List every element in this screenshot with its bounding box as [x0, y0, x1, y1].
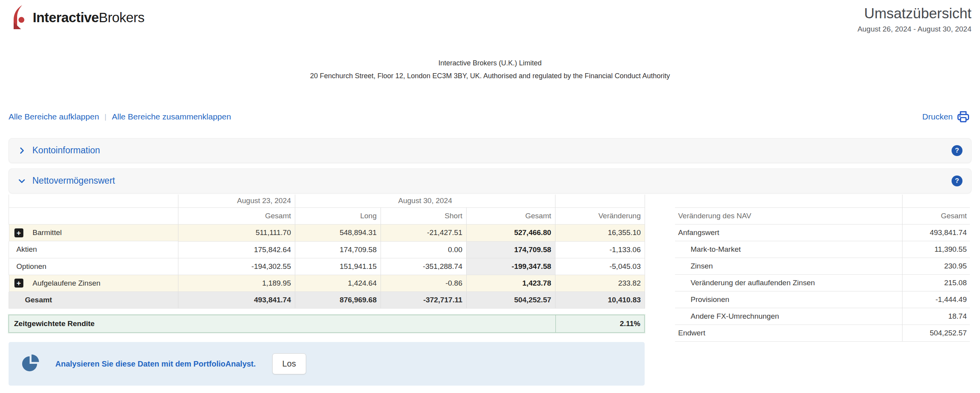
logo-wordmark: InteractiveBrokers — [33, 10, 145, 25]
section-header-nettovermoegenswert[interactable]: Nettovermögenswert ? — [9, 168, 971, 193]
net-asset-value-table: August 23, 2024August 30, 2024GesamtLong… — [9, 195, 645, 309]
expand-row-button[interactable]: + — [14, 279, 23, 288]
table-row: Endwert504,252.57 — [675, 325, 970, 342]
section-title-nettovermoegenswert: Nettovermögenswert — [18, 175, 115, 186]
date-header-row: August 23, 2024August 30, 2024 — [9, 195, 645, 208]
change-in-nav-table: Veränderung des NAVGesamtAnfangswert493,… — [675, 195, 970, 342]
logo-word-interactive: Interactive — [33, 10, 99, 25]
cell-long: 1,424.64 — [295, 275, 381, 292]
report-title-block: Umsatzübersicht August 26, 2024 - August… — [857, 5, 971, 33]
row-label: +Barmittel — [9, 225, 178, 241]
cell-gesamt: 504,252.57 — [902, 325, 970, 342]
cell-short: 0.00 — [381, 241, 467, 258]
cell-veraenderung: -5,045.03 — [555, 258, 645, 275]
cell-gesamt: 493,841.74 — [902, 225, 970, 241]
print-button[interactable]: Drucken — [922, 110, 971, 123]
help-icon[interactable]: ? — [952, 145, 962, 156]
cell-gesamt-aug30: 504,252.57 — [467, 292, 555, 309]
expand-collapse-links: Alle Bereiche aufklappen | Alle Bereiche… — [9, 112, 231, 121]
spacer-cell — [902, 195, 970, 208]
table-row: +Aufgelaufene Zinsen1,189.951,424.64-0.8… — [9, 275, 645, 292]
cell-long: 174,709.58 — [295, 241, 381, 258]
cell-gesamt-aug23: 493,841.74 — [178, 292, 295, 309]
cell-gesamt-aug30: 1,423.78 — [467, 275, 555, 292]
column-header-row: Veränderung des NAVGesamt — [675, 208, 970, 225]
page-title: Umsatzübersicht — [857, 5, 971, 22]
cell-short: -351,288.74 — [381, 258, 467, 275]
table-row: +Barmittel511,111.70548,894.31-21,427.51… — [9, 225, 645, 242]
table-row: Gesamt493,841.74876,969.68-372,717.11504… — [9, 292, 645, 309]
row-label: Provisionen — [675, 291, 902, 308]
table-row: Aktien175,842.64174,709.580.00174,709.58… — [9, 241, 645, 258]
cell-short: -21,427.51 — [381, 225, 467, 242]
los-button[interactable]: Los — [272, 353, 306, 374]
report-date-range: August 26, 2024 - August 30, 2024 — [857, 25, 971, 33]
brand-mark-icon — [10, 5, 28, 30]
banner-text: Analysieren Sie diese Daten mit dem Port… — [55, 360, 256, 368]
expand-row-button[interactable]: + — [14, 228, 23, 237]
chevron-down-icon — [18, 177, 26, 185]
chevron-right-icon — [18, 146, 26, 155]
nav-table-column: August 23, 2024August 30, 2024GesamtLong… — [9, 195, 645, 386]
row-label: Gesamt — [9, 292, 178, 309]
cell-gesamt-aug30: -199,347.58 — [467, 258, 555, 275]
table-row: Mark-to-Market11,390.55 — [675, 241, 970, 258]
cell-gesamt: 18.74 — [902, 308, 970, 325]
row-label: Optionen — [9, 258, 178, 275]
pie-chart-icon — [20, 354, 40, 374]
interactive-brokers-logo: InteractiveBrokers — [9, 5, 145, 30]
cell-veraenderung: 10,410.83 — [555, 292, 645, 309]
cell-gesamt: 230.95 — [902, 258, 970, 275]
portfolioanalyst-banner: Analysieren Sie diese Daten mit dem Port… — [9, 342, 645, 386]
row-label: Mark-to-Market — [675, 241, 902, 258]
date-left-header: August 23, 2024 — [178, 195, 295, 208]
cell-veraenderung: 233.82 — [555, 275, 645, 292]
cell-long: 548,894.31 — [295, 225, 381, 242]
section-label: Kontoinformation — [32, 145, 100, 156]
table-row: Veränderung der auflaufenden Zinsen215.0… — [675, 275, 970, 291]
company-info: Interactive Brokers (U.K.) Limited 20 Fe… — [9, 57, 971, 83]
page-header: InteractiveBrokers Umsatzübersicht Augus… — [9, 0, 971, 39]
collapse-all-link[interactable]: Alle Bereiche zusammenklappen — [112, 112, 231, 121]
nav-change-column: Veränderung des NAVGesamtAnfangswert493,… — [675, 195, 970, 386]
expand-all-link[interactable]: Alle Bereiche aufklappen — [9, 112, 99, 121]
section-label: Nettovermögenswert — [32, 175, 115, 186]
statement-page: InteractiveBrokers Umsatzübersicht Augus… — [0, 0, 980, 386]
section-header-kontoinformation[interactable]: Kontoinformation ? — [9, 138, 971, 163]
column-header: Long — [295, 208, 381, 225]
twr-value: 2.11% — [555, 315, 644, 332]
cell-short: -0.86 — [381, 275, 467, 292]
cell-gesamt: 11,390.55 — [902, 241, 970, 258]
cell-gesamt-aug23: 1,189.95 — [178, 275, 295, 292]
date-row-spacer — [555, 195, 645, 208]
cell-gesamt-aug30: 527,466.80 — [467, 225, 555, 242]
cell-long: 876,969.68 — [295, 292, 381, 309]
spacer-cell — [675, 195, 902, 208]
cell-short: -372,717.11 — [381, 292, 467, 309]
column-header: Gesamt — [467, 208, 555, 225]
spacer-row — [675, 195, 970, 208]
company-address: 20 Fenchurch Street, Floor 12, London EC… — [9, 70, 971, 82]
nav-section-content: August 23, 2024August 30, 2024GesamtLong… — [9, 195, 971, 386]
twr-label: Zeitgewichtete Rendite — [9, 315, 555, 332]
cell-gesamt: 215.08 — [902, 275, 970, 291]
date-right-header: August 30, 2024 — [295, 195, 555, 208]
table-row: Zinsen230.95 — [675, 258, 970, 275]
toolbar: Alle Bereiche aufklappen | Alle Bereiche… — [9, 111, 971, 123]
column-header: Gesamt — [178, 208, 295, 225]
cell-long: 151,941.15 — [295, 258, 381, 275]
row-label: Andere FX-Umrechnungen — [675, 308, 902, 325]
cell-gesamt: -1,444.49 — [902, 291, 970, 308]
column-header-spacer — [9, 208, 178, 225]
row-label: +Aufgelaufene Zinsen — [9, 275, 178, 292]
column-header-row: GesamtLongShortGesamtVeränderung — [9, 208, 645, 225]
date-row-spacer — [9, 195, 178, 208]
logo-word-brokers: Brokers — [99, 10, 145, 25]
cell-gesamt-aug23: -194,302.55 — [178, 258, 295, 275]
printer-icon — [957, 110, 970, 123]
cell-gesamt-aug30: 174,709.58 — [467, 241, 555, 258]
link-separator: | — [99, 112, 112, 121]
help-icon[interactable]: ? — [952, 175, 962, 186]
table-row: Provisionen-1,444.49 — [675, 291, 970, 308]
column-header: Short — [381, 208, 467, 225]
